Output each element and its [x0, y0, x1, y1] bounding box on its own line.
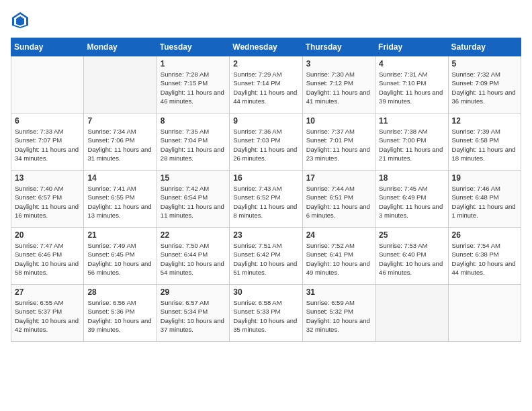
- calendar-week-2: 6Sunrise: 7:33 AM Sunset: 7:07 PM Daylig…: [11, 113, 521, 171]
- page-header: [11, 11, 521, 30]
- day-number: 28: [87, 287, 152, 297]
- day-number: 22: [161, 230, 226, 240]
- day-info: Sunrise: 7:34 AM Sunset: 7:06 PM Dayligh…: [87, 127, 152, 163]
- day-number: 31: [306, 287, 371, 297]
- day-info: Sunrise: 7:37 AM Sunset: 7:01 PM Dayligh…: [306, 127, 371, 163]
- calendar-cell: 17Sunrise: 7:44 AM Sunset: 6:51 PM Dayli…: [302, 171, 375, 228]
- day-number: 10: [306, 116, 371, 126]
- calendar-cell: 14Sunrise: 7:41 AM Sunset: 6:55 PM Dayli…: [84, 171, 157, 228]
- calendar-cell: 9Sunrise: 7:36 AM Sunset: 7:03 PM Daylig…: [230, 113, 302, 171]
- calendar-cell: 2Sunrise: 7:29 AM Sunset: 7:14 PM Daylig…: [230, 56, 302, 113]
- day-number: 6: [15, 116, 80, 126]
- day-number: 30: [233, 287, 298, 297]
- day-number: 9: [233, 116, 298, 126]
- day-info: Sunrise: 6:58 AM Sunset: 5:33 PM Dayligh…: [233, 298, 298, 334]
- day-number: 25: [379, 230, 444, 240]
- day-number: 4: [379, 59, 444, 68]
- day-number: 20: [15, 230, 80, 240]
- calendar-cell: 13Sunrise: 7:40 AM Sunset: 6:57 PM Dayli…: [11, 171, 84, 228]
- weekday-header-friday: Friday: [375, 38, 448, 56]
- day-number: 12: [452, 116, 517, 126]
- day-info: Sunrise: 7:51 AM Sunset: 6:42 PM Dayligh…: [233, 241, 298, 277]
- calendar-cell: 20Sunrise: 7:47 AM Sunset: 6:46 PM Dayli…: [11, 228, 84, 285]
- day-info: Sunrise: 7:44 AM Sunset: 6:51 PM Dayligh…: [306, 184, 371, 220]
- calendar-cell: 31Sunrise: 6:59 AM Sunset: 5:32 PM Dayli…: [302, 285, 375, 342]
- day-info: Sunrise: 7:49 AM Sunset: 6:45 PM Dayligh…: [87, 241, 152, 277]
- calendar-week-1: 1Sunrise: 7:28 AM Sunset: 7:15 PM Daylig…: [11, 56, 521, 113]
- day-info: Sunrise: 7:46 AM Sunset: 6:48 PM Dayligh…: [452, 184, 517, 220]
- calendar-week-3: 13Sunrise: 7:40 AM Sunset: 6:57 PM Dayli…: [11, 171, 521, 228]
- calendar-week-4: 20Sunrise: 7:47 AM Sunset: 6:46 PM Dayli…: [11, 228, 521, 285]
- calendar-cell: 24Sunrise: 7:52 AM Sunset: 6:41 PM Dayli…: [302, 228, 375, 285]
- weekday-header-thursday: Thursday: [302, 38, 375, 56]
- calendar-cell: 18Sunrise: 7:45 AM Sunset: 6:49 PM Dayli…: [375, 171, 448, 228]
- weekday-header-row: SundayMondayTuesdayWednesdayThursdayFrid…: [11, 38, 521, 56]
- day-info: Sunrise: 7:36 AM Sunset: 7:03 PM Dayligh…: [233, 127, 298, 163]
- day-info: Sunrise: 7:35 AM Sunset: 7:04 PM Dayligh…: [161, 127, 226, 163]
- day-number: 15: [161, 173, 226, 183]
- day-info: Sunrise: 6:59 AM Sunset: 5:32 PM Dayligh…: [306, 298, 371, 334]
- calendar-cell: 23Sunrise: 7:51 AM Sunset: 6:42 PM Dayli…: [230, 228, 302, 285]
- calendar-week-5: 27Sunrise: 6:55 AM Sunset: 5:37 PM Dayli…: [11, 285, 521, 342]
- weekday-header-tuesday: Tuesday: [157, 38, 229, 56]
- calendar-cell: 8Sunrise: 7:35 AM Sunset: 7:04 PM Daylig…: [157, 113, 229, 171]
- day-info: Sunrise: 7:31 AM Sunset: 7:10 PM Dayligh…: [379, 70, 444, 105]
- day-number: 24: [306, 230, 371, 240]
- calendar-cell: 25Sunrise: 7:53 AM Sunset: 6:40 PM Dayli…: [375, 228, 448, 285]
- day-number: 7: [87, 116, 152, 126]
- calendar-cell: 6Sunrise: 7:33 AM Sunset: 7:07 PM Daylig…: [11, 113, 84, 171]
- day-info: Sunrise: 7:41 AM Sunset: 6:55 PM Dayligh…: [87, 184, 152, 220]
- day-info: Sunrise: 7:33 AM Sunset: 7:07 PM Dayligh…: [15, 127, 80, 163]
- day-info: Sunrise: 7:45 AM Sunset: 6:49 PM Dayligh…: [379, 184, 444, 220]
- calendar-cell: 1Sunrise: 7:28 AM Sunset: 7:15 PM Daylig…: [157, 56, 229, 113]
- calendar-cell: 4Sunrise: 7:31 AM Sunset: 7:10 PM Daylig…: [375, 56, 448, 113]
- day-info: Sunrise: 7:43 AM Sunset: 6:52 PM Dayligh…: [233, 184, 298, 220]
- day-info: Sunrise: 7:50 AM Sunset: 6:44 PM Dayligh…: [161, 241, 226, 277]
- calendar-cell: [448, 285, 521, 342]
- day-info: Sunrise: 7:42 AM Sunset: 6:54 PM Dayligh…: [161, 184, 226, 220]
- calendar-cell: 22Sunrise: 7:50 AM Sunset: 6:44 PM Dayli…: [157, 228, 229, 285]
- calendar-cell: 27Sunrise: 6:55 AM Sunset: 5:37 PM Dayli…: [11, 285, 84, 342]
- day-info: Sunrise: 7:53 AM Sunset: 6:40 PM Dayligh…: [379, 241, 444, 277]
- day-number: 27: [15, 287, 80, 297]
- day-number: 16: [233, 173, 298, 183]
- day-number: 14: [87, 173, 152, 183]
- logo-icon: [11, 11, 30, 30]
- calendar-cell: 15Sunrise: 7:42 AM Sunset: 6:54 PM Dayli…: [157, 171, 229, 228]
- calendar-cell: 10Sunrise: 7:37 AM Sunset: 7:01 PM Dayli…: [302, 113, 375, 171]
- weekday-header-sunday: Sunday: [11, 38, 84, 56]
- calendar-cell: 19Sunrise: 7:46 AM Sunset: 6:48 PM Dayli…: [448, 171, 521, 228]
- day-info: Sunrise: 7:32 AM Sunset: 7:09 PM Dayligh…: [452, 70, 517, 105]
- day-info: Sunrise: 7:52 AM Sunset: 6:41 PM Dayligh…: [306, 241, 371, 277]
- day-info: Sunrise: 7:28 AM Sunset: 7:15 PM Dayligh…: [161, 70, 226, 105]
- day-number: 1: [161, 59, 226, 68]
- day-number: 26: [452, 230, 517, 240]
- weekday-header-saturday: Saturday: [448, 38, 521, 56]
- day-info: Sunrise: 7:47 AM Sunset: 6:46 PM Dayligh…: [15, 241, 80, 277]
- calendar-cell: 26Sunrise: 7:54 AM Sunset: 6:38 PM Dayli…: [448, 228, 521, 285]
- calendar-cell: 11Sunrise: 7:38 AM Sunset: 7:00 PM Dayli…: [375, 113, 448, 171]
- weekday-header-wednesday: Wednesday: [230, 38, 302, 56]
- day-number: 29: [161, 287, 226, 297]
- calendar-cell: 16Sunrise: 7:43 AM Sunset: 6:52 PM Dayli…: [230, 171, 302, 228]
- day-info: Sunrise: 7:38 AM Sunset: 7:00 PM Dayligh…: [379, 127, 444, 163]
- day-info: Sunrise: 7:29 AM Sunset: 7:14 PM Dayligh…: [233, 70, 298, 105]
- day-number: 21: [87, 230, 152, 240]
- day-number: 11: [379, 116, 444, 126]
- day-number: 5: [452, 59, 517, 68]
- calendar-cell: 28Sunrise: 6:56 AM Sunset: 5:36 PM Dayli…: [84, 285, 157, 342]
- day-info: Sunrise: 6:55 AM Sunset: 5:37 PM Dayligh…: [15, 298, 80, 334]
- calendar-cell: 3Sunrise: 7:30 AM Sunset: 7:12 PM Daylig…: [302, 56, 375, 113]
- day-info: Sunrise: 7:39 AM Sunset: 6:58 PM Dayligh…: [452, 127, 517, 163]
- day-info: Sunrise: 7:54 AM Sunset: 6:38 PM Dayligh…: [452, 241, 517, 277]
- calendar-cell: 21Sunrise: 7:49 AM Sunset: 6:45 PM Dayli…: [84, 228, 157, 285]
- calendar-cell: 7Sunrise: 7:34 AM Sunset: 7:06 PM Daylig…: [84, 113, 157, 171]
- day-number: 23: [233, 230, 298, 240]
- day-number: 17: [306, 173, 371, 183]
- day-number: 3: [306, 59, 371, 68]
- day-info: Sunrise: 6:56 AM Sunset: 5:36 PM Dayligh…: [87, 298, 152, 334]
- calendar-cell: 12Sunrise: 7:39 AM Sunset: 6:58 PM Dayli…: [448, 113, 521, 171]
- calendar-table: SundayMondayTuesdayWednesdayThursdayFrid…: [11, 38, 521, 342]
- calendar-cell: 30Sunrise: 6:58 AM Sunset: 5:33 PM Dayli…: [230, 285, 302, 342]
- day-number: 18: [379, 173, 444, 183]
